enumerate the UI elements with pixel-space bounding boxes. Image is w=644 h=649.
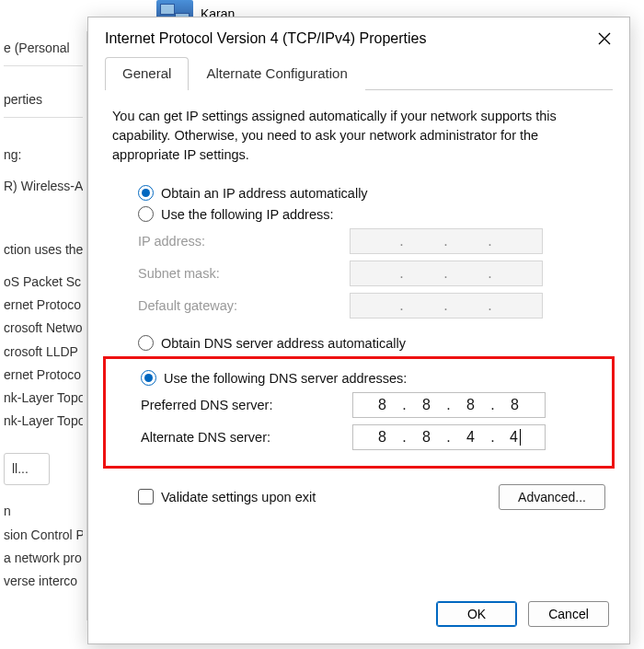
radio-ip-manual[interactable] [138, 206, 154, 222]
ok-button[interactable]: OK [436, 601, 517, 627]
close-icon [598, 32, 611, 45]
ipv4-properties-dialog: Internet Protocol Version 4 (TCP/IPv4) P… [87, 17, 630, 644]
subnet-mask-input: ... [350, 261, 543, 286]
description-text: You can get IP settings assigned automat… [112, 107, 605, 165]
radio-ip-manual-label: Use the following IP address: [161, 207, 334, 222]
ip-address-label: IP address: [138, 234, 350, 249]
alternate-dns-input[interactable]: 8.8.4.4 [352, 424, 546, 450]
radio-dns-auto[interactable] [138, 335, 154, 351]
validate-checkbox[interactable] [138, 489, 154, 504]
cancel-button[interactable]: Cancel [528, 601, 609, 627]
subnet-mask-label: Subnet mask: [138, 266, 350, 281]
tab-strip: General Alternate Configuration [105, 56, 613, 90]
ip-address-input: ... [350, 228, 543, 254]
radio-dns-manual-label: Use the following DNS server addresses: [164, 371, 407, 386]
radio-dns-auto-label: Obtain DNS server address automatically [161, 336, 406, 351]
advanced-button[interactable]: Advanced... [499, 484, 605, 510]
dns-highlight: Use the following DNS server addresses: … [103, 356, 615, 469]
validate-label: Validate settings upon exit [161, 490, 316, 504]
gateway-label: Default gateway: [138, 298, 350, 313]
radio-ip-auto[interactable] [138, 185, 154, 201]
radio-ip-auto-label: Obtain an IP address automatically [161, 186, 368, 201]
preferred-dns-input[interactable]: 8.8.8.8 [352, 392, 546, 418]
close-button[interactable] [596, 30, 613, 47]
preferred-dns-label: Preferred DNS server: [141, 398, 352, 412]
dialog-title: Internet Protocol Version 4 (TCP/IPv4) P… [105, 30, 426, 47]
alternate-dns-label: Alternate DNS server: [141, 430, 352, 445]
tab-general[interactable]: General [105, 57, 189, 90]
tab-alternate[interactable]: Alternate Configuration [189, 57, 364, 90]
radio-dns-manual[interactable] [141, 370, 156, 386]
gateway-input: ... [350, 293, 543, 319]
background-panel: e (Personal perties ng: R) Wireless-A ct… [0, 31, 87, 620]
